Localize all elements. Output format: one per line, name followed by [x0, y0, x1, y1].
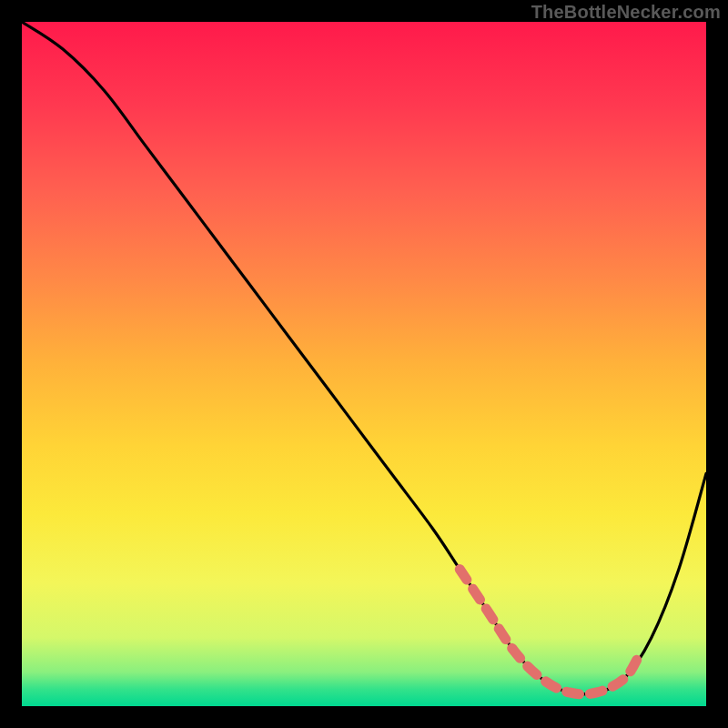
- chart-svg: [0, 0, 728, 728]
- chart-stage: TheBottleNecker.com: [0, 0, 728, 728]
- watermark-text: TheBottleNecker.com: [531, 2, 721, 23]
- plot-background: [22, 22, 706, 706]
